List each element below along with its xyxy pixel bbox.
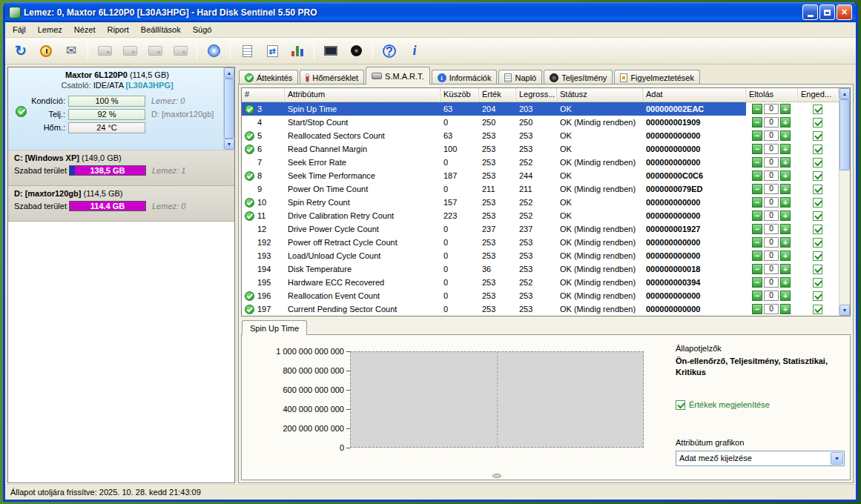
report-button[interactable]	[236, 41, 258, 62]
tab-attekintes[interactable]: Áttekintés	[239, 70, 298, 84]
offset-decrease-button[interactable]: −	[752, 224, 762, 234]
enabled-checkbox[interactable]	[813, 145, 822, 154]
tab-homerseklet[interactable]: Hőmérséklet	[300, 70, 364, 84]
statistics-button[interactable]	[286, 41, 309, 62]
offset-increase-button[interactable]: +	[780, 197, 791, 208]
tab-figyelmeztetesek[interactable]: Figyelmeztetések	[614, 70, 700, 84]
offset-decrease-button[interactable]: −	[752, 237, 762, 248]
offset-decrease-button[interactable]: −	[752, 291, 762, 301]
tab-informaciok[interactable]: iInformációk	[432, 70, 498, 84]
close-button[interactable]: ✕	[837, 4, 852, 20]
offset-increase-button[interactable]: +	[780, 237, 791, 248]
offset-increase-button[interactable]: +	[780, 251, 791, 261]
header-threshold[interactable]: Küszöb	[441, 88, 479, 102]
table-row[interactable]: 3 Spin Up Time 63 204 203 OK 000000002EA…	[242, 102, 839, 116]
menu-fajl[interactable]: Fájl	[7, 24, 32, 36]
table-row[interactable]: 7 Seek Error Rate 0 253 252 OK (Mindig r…	[242, 156, 839, 169]
table-row[interactable]: 11 Drive Calibration Retry Count 223 253…	[242, 209, 839, 222]
tab-naplo[interactable]: Napló	[498, 70, 542, 84]
disk-info-panel[interactable]: Maxtor 6L120P0 (114,5 GB) Csatoló: IDE/A…	[8, 67, 234, 150]
offset-decrease-button[interactable]: −	[752, 130, 762, 141]
info-button[interactable]: i	[403, 41, 426, 62]
enabled-checkbox[interactable]	[813, 265, 822, 274]
table-row[interactable]: 8 Seek Time Performance 187 253 244 OK 0…	[242, 169, 839, 182]
show-values-checkbox[interactable]	[676, 400, 685, 410]
partition-c[interactable]: C: [Windows XP] (149,0 GB) Szabad terüle…	[8, 150, 234, 186]
offset-decrease-button[interactable]: −	[752, 251, 762, 261]
enabled-checkbox[interactable]	[813, 185, 822, 194]
enabled-checkbox[interactable]	[813, 118, 822, 127]
table-row[interactable]: 4 Start/Stop Count 0 250 250 OK (Mindig …	[242, 116, 839, 129]
offset-increase-button[interactable]: +	[780, 277, 791, 288]
table-row[interactable]: 192 Power off Retract Cycle Count 0 253 …	[242, 236, 839, 249]
offset-decrease-button[interactable]: −	[752, 170, 762, 181]
disk-list-scrollbar[interactable]: ▲ ▼	[223, 67, 234, 150]
header-value[interactable]: Érték	[479, 88, 516, 102]
offset-increase-button[interactable]: +	[780, 210, 791, 221]
header-id[interactable]: #	[242, 88, 285, 102]
offset-decrease-button[interactable]: −	[752, 117, 762, 127]
offset-decrease-button[interactable]: −	[752, 197, 762, 208]
header-data[interactable]: Adat	[643, 88, 746, 102]
table-row[interactable]: 193 Load/Unload Cycle Count 0 253 253 OK…	[242, 249, 839, 262]
enabled-checkbox[interactable]	[813, 251, 822, 261]
chart-resize-handle[interactable]	[492, 474, 501, 478]
table-scrollbar[interactable]: ▲ ▼	[839, 88, 850, 316]
enabled-checkbox[interactable]	[813, 211, 822, 221]
message-button[interactable]: ✉	[60, 41, 82, 62]
scroll-up-icon[interactable]: ▲	[839, 88, 850, 99]
table-row[interactable]: 12 Drive Power Cycle Count 0 237 237 OK …	[242, 222, 839, 236]
offset-increase-button[interactable]: +	[780, 184, 791, 194]
header-enabled[interactable]: Enged...	[798, 88, 839, 102]
graph-mode-dropdown[interactable]: Adat mező kijelzése ▼	[676, 451, 845, 466]
table-row[interactable]: 196 Reallocation Event Count 0 253 253 O…	[242, 289, 839, 302]
enabled-checkbox[interactable]	[813, 238, 822, 248]
offset-increase-button[interactable]: +	[780, 130, 791, 141]
titlebar[interactable]: Lemez: 0, Maxtor 6L120P0 [L30A3HPG] - Ha…	[5, 2, 856, 22]
menu-beallitasok[interactable]: Beállítások	[135, 24, 187, 36]
attribute-chart-tab[interactable]: Spin Up Time	[242, 320, 307, 335]
tab-smart[interactable]: S.M.A.R.T.	[366, 67, 430, 84]
scroll-down-icon[interactable]: ▼	[224, 139, 234, 150]
table-row[interactable]: 195 Hardware ECC Recovered 0 253 252 OK …	[242, 276, 839, 289]
offset-decrease-button[interactable]: −	[752, 144, 762, 154]
menu-riport[interactable]: Riport	[102, 24, 135, 36]
offset-increase-button[interactable]: +	[780, 170, 791, 181]
offset-decrease-button[interactable]: −	[752, 304, 762, 314]
offset-increase-button[interactable]: +	[780, 117, 791, 127]
enabled-checkbox[interactable]	[813, 291, 822, 301]
offset-decrease-button[interactable]: −	[752, 104, 762, 114]
offset-increase-button[interactable]: +	[780, 157, 791, 168]
offset-decrease-button[interactable]: −	[752, 184, 762, 194]
table-row[interactable]: 6 Read Channel Margin 100 253 253 OK 000…	[242, 142, 839, 156]
enabled-checkbox[interactable]	[813, 158, 822, 168]
chevron-down-icon[interactable]: ▼	[831, 452, 843, 465]
alarm-button[interactable]	[35, 41, 57, 62]
menu-nezet[interactable]: Nézet	[68, 24, 102, 36]
table-row[interactable]: 9 Power On Time Count 0 211 211 OK (Mind…	[242, 182, 839, 196]
offset-decrease-button[interactable]: −	[752, 264, 762, 274]
offset-increase-button[interactable]: +	[780, 304, 791, 314]
disk-search-button[interactable]	[169, 41, 191, 62]
black-disc-button[interactable]	[345, 41, 367, 62]
enabled-checkbox[interactable]	[813, 131, 822, 141]
header-worst[interactable]: Legross...	[516, 88, 557, 102]
table-row[interactable]: 5 Reallocated Sectors Count 63 253 253 O…	[242, 129, 839, 142]
table-row[interactable]: 10 Spin Retry Count 157 253 252 OK 00000…	[242, 196, 839, 209]
scroll-up-icon[interactable]: ▲	[224, 67, 234, 79]
refresh-button[interactable]: ↻	[10, 41, 32, 62]
offset-increase-button[interactable]: +	[780, 224, 791, 234]
scrollbar-thumb[interactable]	[224, 79, 234, 139]
table-row[interactable]: 194 Disk Temperature 0 36 253 OK (Mindig…	[242, 262, 839, 276]
tab-teljesitmeny[interactable]: Teljesítmény	[544, 70, 613, 84]
partition-d[interactable]: D: [maxtor120gb] (114,5 GB) Szabad terül…	[8, 186, 234, 222]
offset-increase-button[interactable]: +	[780, 144, 791, 154]
disk-test-button[interactable]	[93, 41, 116, 62]
offset-decrease-button[interactable]: −	[752, 277, 762, 288]
enabled-checkbox[interactable]	[813, 225, 822, 234]
disk-repair-button[interactable]	[144, 41, 166, 62]
header-offset[interactable]: Eltolás	[746, 88, 798, 102]
offset-decrease-button[interactable]: −	[752, 157, 762, 168]
enabled-checkbox[interactable]	[813, 278, 822, 288]
enabled-checkbox[interactable]	[813, 171, 822, 181]
